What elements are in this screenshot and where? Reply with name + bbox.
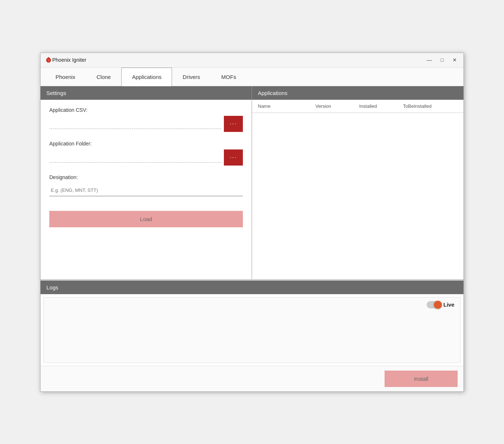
app-csv-row: ··· (49, 116, 243, 132)
designation-input[interactable] (49, 185, 243, 196)
logs-header: Logs (41, 281, 463, 294)
main-window: Phoenix Igniter — □ ✕ Phoenix Clone Appl… (40, 53, 464, 392)
col-name: Name (258, 103, 312, 109)
settings-panel: Settings Application CSV: ··· Applicatio… (41, 86, 252, 279)
live-label: Live (443, 301, 454, 308)
applications-panel: Applications Name Version Installed ToBe… (252, 86, 463, 279)
titlebar: Phoenix Igniter — □ ✕ (41, 53, 463, 68)
live-toggle-track[interactable] (427, 301, 441, 308)
settings-panel-header: Settings (41, 86, 252, 100)
app-title: Phoenix Igniter (52, 57, 425, 63)
app-folder-browse-button[interactable]: ··· (224, 149, 243, 166)
app-csv-input[interactable] (49, 119, 221, 129)
main-content: Settings Application CSV: ··· Applicatio… (41, 86, 463, 391)
tab-bar: Phoenix Clone Applications Drivers MOFs (41, 68, 463, 86)
tab-drivers[interactable]: Drivers (172, 68, 211, 86)
install-button[interactable]: Install (385, 371, 458, 387)
top-section: Settings Application CSV: ··· Applicatio… (41, 86, 463, 280)
app-csv-browse-button[interactable]: ··· (224, 116, 243, 132)
app-icon (45, 56, 52, 64)
app-table-body (252, 113, 463, 279)
app-folder-label: Application Folder: (49, 141, 243, 147)
tab-mofs[interactable]: MOFs (211, 68, 247, 86)
app-table-header: Name Version Installed ToBeInstalled (252, 100, 463, 113)
app-folder-input[interactable] (49, 152, 221, 163)
col-tobeinstalled: ToBeInstalled (403, 103, 458, 109)
maximize-button[interactable]: □ (439, 57, 446, 63)
applications-panel-header: Applications (252, 86, 463, 100)
app-csv-label: Application CSV: (49, 107, 243, 113)
tab-clone[interactable]: Clone (86, 68, 121, 86)
bottom-bar: Install (41, 366, 463, 391)
load-button[interactable]: Load (49, 211, 243, 227)
designation-group: Designation: (49, 174, 243, 196)
col-installed: Installed (359, 103, 400, 109)
app-csv-group: Application CSV: ··· (49, 107, 243, 132)
settings-panel-body: Application CSV: ··· Application Folder:… (41, 100, 252, 279)
close-button[interactable]: ✕ (450, 57, 459, 63)
live-toggle[interactable]: Live (427, 301, 454, 308)
live-toggle-knob (434, 301, 442, 309)
app-folder-group: Application Folder: ··· (49, 141, 243, 166)
designation-label: Designation: (49, 174, 243, 180)
minimize-button[interactable]: — (425, 57, 434, 63)
col-version: Version (315, 103, 356, 109)
logs-body: Live (43, 297, 461, 363)
window-controls: — □ ✕ (425, 57, 459, 63)
tab-phoenix[interactable]: Phoenix (45, 68, 86, 86)
tab-applications[interactable]: Applications (121, 68, 172, 86)
app-folder-row: ··· (49, 149, 243, 166)
logs-section: Logs Live (41, 280, 463, 366)
